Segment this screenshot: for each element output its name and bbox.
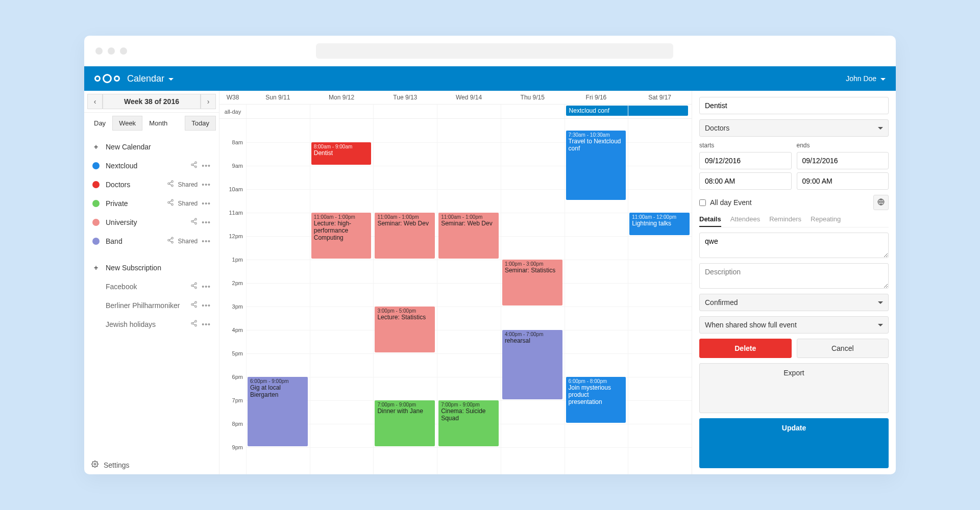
day-column[interactable]: 7:30am - 10:30amTravel to Nextcloud conf… — [565, 119, 628, 474]
end-time-input[interactable] — [797, 172, 889, 190]
calendar-event[interactable]: 6:00pm - 8:00pmJoin mysterious product p… — [566, 377, 626, 423]
svg-line-14 — [169, 203, 172, 204]
nextcloud-logo-icon[interactable] — [94, 74, 120, 83]
tab-repeating[interactable]: Repeating — [811, 215, 841, 227]
tab-reminders[interactable]: Reminders — [769, 215, 801, 227]
more-icon[interactable]: ••• — [202, 320, 211, 328]
share-icon[interactable] — [167, 180, 174, 189]
end-date-input[interactable] — [797, 152, 889, 169]
new-subscription-button[interactable]: + New Subscription — [86, 259, 217, 277]
view-month-button[interactable]: Month — [142, 116, 174, 131]
calendar-event[interactable]: 6:00pm - 9:00pmGig at local Biergarten — [248, 377, 308, 446]
event-title: Travel to Nextcloud conf — [569, 138, 624, 152]
calendar-event[interactable]: 7:00pm - 9:00pmCinema: Suicide Squad — [438, 400, 499, 446]
event-title-input[interactable] — [699, 97, 889, 114]
day-column[interactable]: 11:00am - 1:00pmSeminar: Web Dev3:00pm -… — [373, 119, 437, 474]
today-button[interactable]: Today — [185, 116, 216, 131]
more-icon[interactable]: ••• — [202, 218, 211, 226]
sidebar-subscription-item[interactable]: Berliner Philharmoniker••• — [86, 296, 217, 315]
time-label: 11am — [229, 210, 243, 216]
share-icon[interactable] — [190, 301, 198, 310]
description-input[interactable] — [699, 263, 889, 289]
more-icon[interactable]: ••• — [202, 199, 211, 208]
calendar-event[interactable]: 4:00pm - 7:00pmrehearsal — [502, 330, 562, 399]
day-column[interactable]: 8:00am - 9:00amDentist11:00am - 1:00pmLe… — [310, 119, 374, 474]
calendar-select[interactable]: Doctors — [699, 119, 889, 137]
more-icon[interactable]: ••• — [202, 283, 211, 291]
more-icon[interactable]: ••• — [202, 162, 211, 170]
svg-line-34 — [193, 305, 195, 306]
cancel-button[interactable]: Cancel — [797, 339, 889, 358]
view-day-button[interactable]: Day — [87, 116, 112, 131]
user-menu[interactable]: John Doe — [846, 74, 886, 83]
day-column[interactable]: 6:00pm - 9:00pmGig at local Biergarten — [246, 119, 310, 474]
sidebar-subscription-item[interactable]: Facebook••• — [86, 277, 217, 296]
svg-point-30 — [195, 301, 197, 303]
start-time-input[interactable] — [699, 172, 792, 190]
sidebar-calendar-item[interactable]: DoctorsShared••• — [86, 175, 217, 194]
share-icon[interactable] — [190, 282, 198, 291]
share-icon[interactable] — [190, 161, 198, 170]
time-label: 12pm — [229, 233, 243, 239]
allday-cell[interactable] — [246, 105, 310, 118]
start-date-input[interactable] — [699, 152, 792, 169]
sidebar-subscription-item[interactable]: Jewish holidays••• — [86, 315, 217, 334]
share-scope-select[interactable]: When shared show full event — [699, 316, 889, 334]
allday-checkbox[interactable] — [699, 199, 706, 206]
calendar-event[interactable]: 3:00pm - 5:00pmLecture: Statistics — [375, 307, 435, 352]
share-icon[interactable] — [190, 320, 198, 328]
more-icon[interactable]: ••• — [202, 237, 211, 245]
timezone-button[interactable] — [873, 195, 889, 210]
svg-line-13 — [169, 201, 172, 202]
update-button[interactable]: Update — [699, 418, 889, 468]
day-column[interactable]: 11:00am - 12:00pmLightning talks — [628, 119, 692, 474]
app-switcher[interactable]: Calendar — [127, 73, 174, 84]
svg-point-2 — [195, 166, 197, 168]
status-select[interactable]: Confirmed — [699, 294, 889, 311]
event-title: Gig at local Biergarten — [250, 385, 305, 399]
more-icon[interactable]: ••• — [202, 301, 211, 310]
tab-details[interactable]: Details — [699, 215, 721, 227]
svg-line-18 — [193, 220, 195, 221]
user-name: John Doe — [846, 74, 876, 83]
new-calendar-button[interactable]: + New Calendar — [86, 138, 217, 156]
sidebar-calendar-item[interactable]: Nextcloud••• — [86, 156, 217, 175]
sidebar-calendar-item[interactable]: BandShared••• — [86, 232, 217, 250]
calendar-event[interactable]: 7:30am - 10:30amTravel to Nextcloud conf — [566, 131, 626, 200]
calendar-event[interactable]: 11:00am - 12:00pmLightning talks — [629, 213, 690, 235]
day-column[interactable]: 1:00pm - 3:00pmSeminar: Statistics4:00pm… — [501, 119, 565, 474]
view-week-button[interactable]: Week — [112, 116, 142, 131]
event-title: Cinema: Suicide Squad — [441, 408, 496, 422]
location-input[interactable] — [699, 233, 889, 258]
allday-cell[interactable] — [310, 105, 374, 118]
sidebar-calendar-item[interactable]: PrivateShared••• — [86, 194, 217, 213]
allday-cell[interactable] — [501, 105, 565, 118]
calendar-event[interactable]: 8:00am - 9:00amDentist — [311, 142, 372, 165]
share-icon[interactable] — [190, 218, 198, 226]
sidebar-calendar-item[interactable]: University••• — [86, 213, 217, 232]
calendar-event[interactable]: 11:00am - 1:00pmLecture: high-performanc… — [311, 213, 372, 259]
allday-cell[interactable]: Nextcloud conf — [565, 105, 628, 118]
allday-cell[interactable] — [437, 105, 501, 118]
prev-week-button[interactable]: ‹ — [87, 94, 103, 109]
allday-cell[interactable] — [373, 105, 437, 118]
export-button[interactable]: Export — [699, 363, 889, 413]
day-column[interactable]: 11:00am - 1:00pmSeminar: Web Dev7:00pm -… — [437, 119, 501, 474]
event-title: Join mysterious product presentation — [569, 385, 624, 405]
tab-attendees[interactable]: Attendees — [730, 215, 761, 227]
more-icon[interactable]: ••• — [202, 181, 211, 189]
plus-icon: + — [92, 264, 100, 272]
share-icon[interactable] — [167, 199, 174, 208]
calendar-event[interactable]: 7:00pm - 9:00pmDinner with Jane — [375, 400, 435, 446]
day-header: Fri 9/16 — [565, 91, 628, 104]
allday-cell[interactable] — [628, 105, 692, 118]
share-icon[interactable] — [167, 237, 174, 245]
delete-button[interactable]: Delete — [699, 339, 792, 358]
calendar-event[interactable]: 1:00pm - 3:00pmSeminar: Statistics — [502, 260, 562, 305]
calendar-event[interactable]: 11:00am - 1:00pmSeminar: Web Dev — [375, 213, 435, 259]
calendar-event[interactable]: 11:00am - 1:00pmSeminar: Web Dev — [438, 213, 499, 259]
event-title: Seminar: Web Dev — [441, 220, 496, 227]
settings-button[interactable]: Settings — [84, 455, 219, 474]
next-week-button[interactable]: › — [201, 94, 216, 109]
url-bar[interactable] — [316, 43, 673, 59]
